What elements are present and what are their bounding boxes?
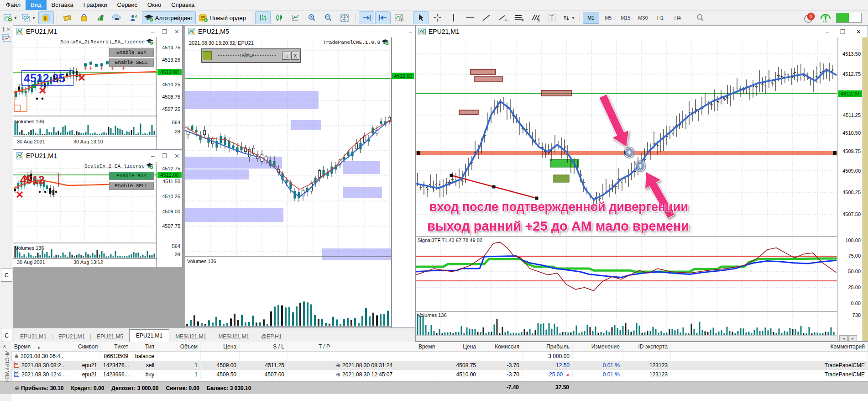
column-header-change[interactable]: Изменение xyxy=(573,342,623,351)
auto-scroll-button[interactable] xyxy=(359,11,374,24)
fibo-channel-button[interactable]: E xyxy=(528,11,544,24)
new-chart-button[interactable]: ▼ xyxy=(2,11,19,24)
menu-item-7[interactable]: Справка xyxy=(166,0,199,10)
payments-button[interactable] xyxy=(60,11,75,24)
toolbox-close-icon[interactable]: x xyxy=(3,343,6,348)
column-header-close_time[interactable]: Время xyxy=(333,342,438,351)
table-row[interactable]: 2021.08.30 08:2...epu211423476...sell145… xyxy=(11,361,868,370)
column-header-symbol[interactable]: Символ xyxy=(75,342,100,351)
chart-tab-2[interactable]: EPU21,M1 xyxy=(52,331,91,342)
price-chart-canvas[interactable] xyxy=(185,37,392,327)
trade-history-table[interactable]: Время▲СимволТикетТипОбъемЦенаS / LT / PВ… xyxy=(11,342,868,379)
price-chart-canvas[interactable] xyxy=(416,37,837,341)
chart-panel-icon[interactable] xyxy=(2,34,11,42)
algo-trading-button[interactable]: Алготрейдинг xyxy=(142,11,196,24)
candles-chart-button[interactable] xyxy=(272,11,287,24)
lvl-indicator[interactable]: LVL xyxy=(820,14,831,22)
column-header-profit[interactable]: Прибыль xyxy=(523,342,573,351)
column-header-comment[interactable]: Комментарий xyxy=(671,342,868,351)
finance-button[interactable]: $ xyxy=(38,11,54,24)
timeframe-button-M15[interactable]: M15 xyxy=(617,12,634,24)
menu-item-6[interactable]: Окно xyxy=(142,0,166,10)
collapsed-panel-tab-c[interactable]: C xyxy=(1,269,12,282)
timeframe-button-H4[interactable]: H4 xyxy=(669,12,686,24)
angle-trendline-button[interactable]: G xyxy=(495,11,511,24)
maximize-button[interactable]: ❐ xyxy=(162,153,167,159)
column-header-tp[interactable]: T / P xyxy=(288,342,333,351)
menu-item-3[interactable]: Вставка xyxy=(47,0,78,10)
notifications-button[interactable]: 1 xyxy=(804,12,815,23)
zoom-in-button[interactable] xyxy=(304,11,320,24)
enable-buy-button[interactable]: Enable BUY xyxy=(109,172,154,180)
menu-item-5[interactable]: Сервис xyxy=(112,0,143,10)
window-titlebar[interactable]: EPU21,M5 – xyxy=(185,26,415,38)
price-scale[interactable]: 4514.754513.254510.254508.754507.254512.… xyxy=(157,37,182,149)
side-scrollbar[interactable] xyxy=(863,37,868,341)
column-header-expert_id[interactable]: ID эксперта xyxy=(623,342,671,351)
column-header-commission[interactable]: Комиссия xyxy=(479,342,523,351)
indicators-button[interactable] xyxy=(392,11,407,24)
chart-window-epu21-m5[interactable]: EPU21,M5 – 4512.00 2021.08.30 13:20:32; … xyxy=(185,25,415,328)
column-header-close_price[interactable]: Цена xyxy=(438,342,479,351)
column-header-price[interactable]: Цена xyxy=(201,342,240,351)
chart-tab-5[interactable]: MESU21,M1 xyxy=(169,331,212,342)
timeframe-d1-clipped[interactable]: D1 xyxy=(687,12,691,24)
menu-item-1[interactable]: Файл xyxy=(1,0,26,10)
enable-buy-button[interactable]: Enable BUY xyxy=(109,48,154,57)
chart-tab-1[interactable]: EPU21,M1 xyxy=(14,331,52,342)
maximize-button[interactable]: ❐ xyxy=(162,29,167,35)
collapsed-panel-tab-c2[interactable]: C xyxy=(1,329,12,342)
menu-item-4[interactable]: Графики xyxy=(78,0,112,10)
expand-icon[interactable]: ⊕ xyxy=(15,385,19,391)
timeframe-button-M5[interactable]: M5 xyxy=(600,12,617,24)
text-label-button[interactable]: T xyxy=(544,11,560,24)
scroll-left-button[interactable]: ◄ xyxy=(839,335,848,342)
chevron-down-icon[interactable]: ▼ xyxy=(32,16,36,20)
window-titlebar[interactable]: EPU21,M1 –❐✕ xyxy=(13,26,182,38)
tile-windows-button[interactable] xyxy=(337,11,353,24)
timeframe-button-M1[interactable]: M1 xyxy=(583,12,599,24)
minimize-button[interactable]: – xyxy=(151,29,154,35)
minimize-button[interactable]: – xyxy=(409,29,412,35)
community-button[interactable] xyxy=(125,11,141,24)
trendline-button[interactable] xyxy=(479,11,494,24)
chart-window-epu21-m1-main[interactable]: EPU21,M1 –❐✕ xyxy=(415,25,868,342)
column-header-type[interactable]: Тип xyxy=(131,342,157,351)
window-titlebar[interactable]: EPU21,M1 –❐✕ xyxy=(13,150,182,162)
chevron-down-icon[interactable]: ▼ xyxy=(14,16,17,20)
chart-tab-4[interactable]: EPU21,M1 xyxy=(129,329,169,342)
crosshair-button[interactable] xyxy=(429,11,445,24)
column-header-time[interactable]: Время▲ xyxy=(11,342,75,351)
chart-window-epu21-m1-a[interactable]: EPU21,M1 –❐✕ 4514.754513.254510.254508.7… xyxy=(13,25,183,149)
window-titlebar[interactable]: EPU21,M1 –❐✕ xyxy=(416,26,868,38)
column-header-sl[interactable]: S / L xyxy=(240,342,288,351)
timer-close-button[interactable]: X xyxy=(291,52,299,60)
enable-sell-button[interactable]: Enable SELL xyxy=(109,182,154,190)
chart-window-epu21-m1-b[interactable]: EPU21,M1 –❐✕ 4512.754511.504510.254509.0… xyxy=(13,149,183,267)
timeframe-button-M30[interactable]: M30 xyxy=(635,12,651,24)
vps-button[interactable] xyxy=(109,11,125,24)
maximize-button[interactable]: ❐ xyxy=(840,29,845,35)
new-order-button[interactable]: Новый ордер xyxy=(197,11,249,24)
chart-shift-button[interactable] xyxy=(375,11,391,24)
dock-close-icon[interactable]: × xyxy=(7,26,10,32)
price-scale[interactable]: 4513.504512.754511.254510.504509.754509.… xyxy=(837,37,863,341)
price-scale[interactable]: 4512.00 xyxy=(392,37,415,327)
fibo-lines-button[interactable]: F xyxy=(512,11,527,24)
menu-item-2[interactable]: Вид xyxy=(26,0,47,10)
bars-chart-button[interactable] xyxy=(255,11,271,24)
minimize-button[interactable]: – xyxy=(151,153,154,159)
timeframe-button-H1[interactable]: H1 xyxy=(652,12,669,24)
timer-mini-window[interactable]: ---------ТАЙМЕР--------- □ X xyxy=(201,48,301,63)
vertical-line-button[interactable] xyxy=(446,11,461,24)
chart-tab-7[interactable]: @EP,H1 xyxy=(255,331,288,342)
table-row[interactable]: ⊕2021.08.30 06:4...86613509balance3 000.… xyxy=(11,352,868,361)
column-header-volume[interactable]: Объем xyxy=(157,342,201,351)
market-button[interactable] xyxy=(76,11,92,24)
signals-button[interactable] xyxy=(93,11,108,24)
cursor-button[interactable] xyxy=(413,11,429,24)
timer-restore-button[interactable]: □ xyxy=(282,52,290,60)
price-scale[interactable]: 4512.754511.504510.254509.004507.754512.… xyxy=(157,162,182,267)
line-chart-button[interactable] xyxy=(288,11,303,24)
chevron-down-icon[interactable]: ▼ xyxy=(571,16,575,20)
